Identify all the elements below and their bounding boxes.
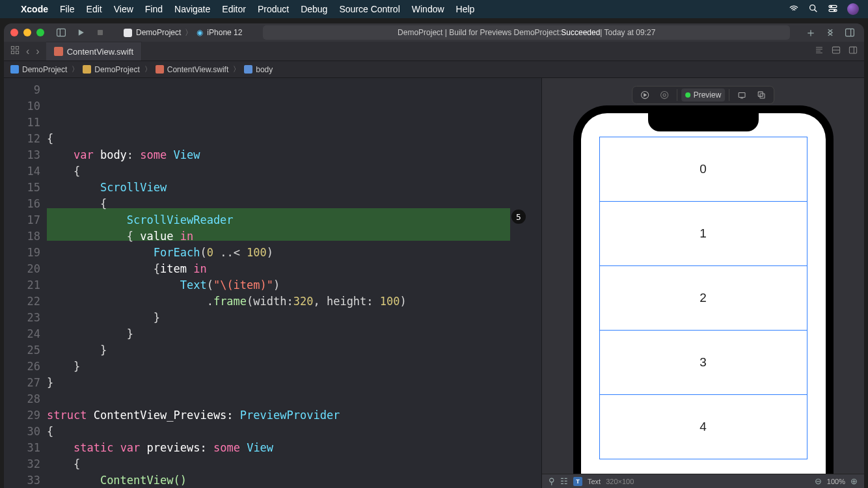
menu-view[interactable]: View — [114, 4, 133, 14]
swift-file-icon — [54, 47, 63, 56]
list-item[interactable]: 1 — [599, 201, 807, 266]
svg-rect-19 — [760, 94, 765, 98]
preview-scrollview[interactable]: 0 1 2 3 4 — [581, 113, 826, 459]
crumb-3[interactable]: ContentView.swift — [167, 65, 229, 74]
project-icon — [10, 65, 19, 74]
zoom-in-icon[interactable]: ⊕ — [850, 476, 858, 486]
svg-point-3 — [830, 6, 832, 7]
app-name[interactable]: Xcode — [21, 4, 48, 14]
zoom-level[interactable]: 100% — [827, 478, 845, 485]
canvas-status-bar: ⚲ ☷ T Text 320×100 ⊖ 100% ⊕ — [542, 474, 864, 488]
menu-find[interactable]: Find — [145, 4, 163, 14]
scheme-selector[interactable]: DemoProject 〉 ◉ iPhone 12 — [118, 26, 247, 40]
live-preview-button[interactable] — [636, 88, 653, 102]
source-editor[interactable]: 9 10 11 12 13 14 15 16 17 18 19 20 21 22… — [4, 78, 541, 488]
stop-button-icon[interactable] — [95, 27, 105, 38]
adjust-editor-icon[interactable] — [832, 46, 841, 57]
nav-back-icon[interactable]: ‹ — [26, 46, 29, 57]
svg-rect-8 — [11, 46, 14, 49]
menu-file[interactable]: File — [60, 4, 75, 14]
variants-button[interactable] — [753, 88, 770, 102]
device-preview: 0 1 2 3 4 — [573, 105, 834, 488]
svg-rect-13 — [849, 47, 856, 53]
chevron-icon: 〉 — [232, 64, 241, 74]
status-dot-icon — [685, 92, 690, 98]
menu-debug[interactable]: Debug — [301, 4, 327, 14]
chevron-icon: 〉 — [143, 64, 153, 74]
pin-icon[interactable]: ⚲ — [549, 476, 555, 486]
device-icon: ◉ — [197, 28, 203, 37]
control-center-icon[interactable] — [828, 3, 838, 16]
preview-button[interactable]: Preview — [681, 88, 726, 102]
svg-rect-18 — [758, 92, 763, 96]
related-items-icon[interactable] — [10, 46, 20, 57]
zoom-out-icon[interactable]: ⊖ — [815, 476, 822, 486]
menu-edit[interactable]: Edit — [87, 4, 102, 14]
svg-rect-17 — [739, 93, 745, 98]
wifi-icon[interactable] — [789, 3, 799, 16]
main-split: 9 10 11 12 13 14 15 16 17 18 19 20 21 22… — [4, 78, 864, 488]
selectable-preview-button[interactable] — [656, 88, 673, 102]
nav-forward-icon[interactable]: › — [36, 46, 39, 57]
canvas-toolbar: Preview — [632, 86, 775, 104]
separator — [729, 89, 729, 101]
scheme-project-label: DemoProject — [136, 28, 181, 37]
list-item[interactable]: 2 — [599, 265, 807, 331]
list-item[interactable]: 0 — [599, 137, 807, 202]
property-icon — [244, 65, 252, 74]
window-toolbar: DemoProject 〉 ◉ iPhone 12 DemoProject | … — [4, 23, 864, 42]
chevron-icon: 〉 — [70, 64, 80, 74]
scheme-device-label: iPhone 12 — [207, 28, 242, 37]
menu-help[interactable]: Help — [456, 4, 475, 14]
svg-rect-5 — [57, 29, 66, 36]
minimize-window-button[interactable] — [23, 29, 31, 36]
fullscreen-window-button[interactable] — [36, 29, 44, 36]
selected-element-type: Text — [588, 478, 601, 485]
menu-editor[interactable]: Editor — [222, 4, 246, 14]
menu-source-control[interactable]: Source Control — [339, 4, 400, 14]
tab-label: ContentView.swift — [67, 47, 133, 57]
add-editor-right-icon[interactable] — [848, 46, 858, 57]
device-frame: 0 1 2 3 4 — [573, 105, 834, 488]
svg-point-0 — [810, 5, 815, 10]
list-item[interactable]: 3 — [599, 330, 807, 395]
app-target-icon — [124, 29, 132, 37]
svg-rect-9 — [16, 46, 18, 49]
activity-status-bar[interactable]: DemoProject | Build for Previews DemoPro… — [263, 25, 790, 40]
menu-product[interactable]: Product — [258, 4, 289, 14]
add-editor-icon[interactable]: ＋ — [806, 27, 816, 38]
svg-point-15 — [660, 91, 668, 98]
separator — [677, 89, 677, 101]
tab-contentview[interactable]: ContentView.swift — [46, 42, 142, 61]
menu-navigate[interactable]: Navigate — [174, 4, 210, 14]
text-element-icon: T — [573, 477, 582, 486]
diagnostic-badge[interactable]: 5 — [511, 210, 526, 224]
preview-canvas: Preview 0 1 2 3 4 — [541, 78, 864, 488]
toggle-inspectors-icon[interactable] — [845, 27, 855, 38]
toggle-navigator-icon[interactable] — [56, 27, 66, 38]
line-gutter: 9 10 11 12 13 14 15 16 17 18 19 20 21 22… — [4, 78, 47, 488]
selected-element-dims: 320×100 — [606, 478, 634, 485]
device-settings-button[interactable] — [733, 88, 750, 102]
spotlight-icon[interactable] — [808, 3, 819, 16]
hierarchy-icon[interactable]: ☷ — [560, 476, 568, 486]
library-icon[interactable] — [825, 27, 835, 38]
status-result: Succeeded — [561, 28, 600, 37]
crumb-4[interactable]: body — [256, 65, 273, 74]
device-screen[interactable]: 0 1 2 3 4 — [581, 113, 826, 488]
list-item[interactable]: 4 — [599, 394, 807, 459]
svg-rect-6 — [98, 30, 103, 35]
crumb-2[interactable]: DemoProject — [94, 65, 139, 74]
editor-tabbar: ‹ › ContentView.swift — [4, 42, 864, 61]
jump-bar[interactable]: DemoProject〉 DemoProject〉 ContentView.sw… — [4, 61, 864, 78]
menu-window[interactable]: Window — [412, 4, 444, 14]
device-notch — [648, 113, 759, 131]
crumb-1[interactable]: DemoProject — [22, 65, 67, 74]
chevron-right-icon: 〉 — [185, 27, 193, 38]
minimap-toggle-icon[interactable] — [815, 46, 824, 57]
close-window-button[interactable] — [10, 29, 18, 36]
traffic-lights — [10, 29, 44, 36]
run-button-icon[interactable] — [75, 27, 86, 38]
user-avatar-icon[interactable] — [847, 3, 859, 15]
code-text[interactable]: { var body: some View { ScrollView { Scr… — [47, 131, 541, 488]
